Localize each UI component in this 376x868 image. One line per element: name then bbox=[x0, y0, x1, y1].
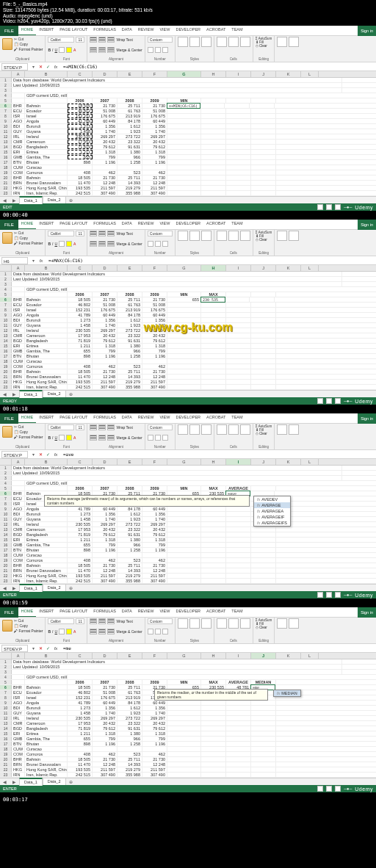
code-cell[interactable]: GMB bbox=[12, 543, 25, 547]
country-cell[interactable]: Cameroon bbox=[25, 333, 68, 338]
country-cell[interactable]: Angola bbox=[25, 507, 68, 511]
data-cell[interactable] bbox=[226, 737, 251, 741]
row-header-9[interactable]: 9 bbox=[0, 701, 12, 705]
data-cell[interactable]: 1 318 bbox=[93, 538, 118, 542]
col-header-G[interactable]: G bbox=[167, 71, 201, 77]
fill-color-button[interactable] bbox=[66, 241, 72, 247]
data-cell[interactable] bbox=[251, 134, 276, 139]
data-cell[interactable]: 408 bbox=[68, 558, 93, 563]
data-cell[interactable] bbox=[201, 512, 226, 516]
data-cell[interactable] bbox=[226, 303, 251, 307]
clear-button[interactable]: ◇ Clear bbox=[256, 44, 272, 48]
sign-in-link[interactable]: Sign in bbox=[358, 223, 376, 227]
data-cell[interactable] bbox=[251, 328, 276, 333]
col-header-J[interactable]: J bbox=[251, 71, 276, 77]
ribbon-tab-page-layout[interactable]: PAGE LAYOUT bbox=[57, 26, 90, 35]
column-headers[interactable]: ABCDEFGHIJKL bbox=[0, 71, 376, 78]
data-cell[interactable] bbox=[201, 339, 226, 343]
data-cell[interactable]: 462 bbox=[93, 364, 118, 369]
data-cell[interactable] bbox=[201, 119, 226, 123]
data-cell[interactable]: 1 196 bbox=[93, 160, 118, 164]
data-cell[interactable] bbox=[226, 140, 251, 144]
ribbon-tab-data[interactable]: DATA bbox=[119, 607, 135, 617]
view-break-icon[interactable] bbox=[335, 398, 341, 404]
data-cell[interactable]: 60 449 bbox=[93, 701, 118, 705]
data-cell[interactable]: 898 bbox=[68, 548, 93, 552]
data-cell[interactable] bbox=[167, 563, 201, 568]
data-cell[interactable]: 2007 bbox=[93, 98, 118, 103]
data-cell[interactable] bbox=[251, 380, 276, 384]
data-cell[interactable]: 269 297 bbox=[142, 328, 167, 333]
col-header-L[interactable]: L bbox=[301, 459, 319, 465]
paste-icon[interactable] bbox=[2, 38, 12, 50]
row-header-8[interactable]: 8 bbox=[0, 114, 12, 118]
code-cell[interactable]: BGD bbox=[12, 532, 25, 537]
data-cell[interactable]: 1 196 bbox=[93, 548, 118, 552]
ribbon-tab-team[interactable]: TEAM bbox=[228, 220, 245, 229]
data-cell[interactable] bbox=[226, 181, 251, 185]
copy-button[interactable]: 📋 Copy bbox=[14, 42, 43, 46]
data-cell[interactable]: 41 789 bbox=[68, 119, 93, 123]
data-cell[interactable]: 269 297 bbox=[93, 134, 118, 139]
sort-filter-button[interactable] bbox=[277, 37, 287, 47]
data-cell[interactable] bbox=[251, 140, 276, 144]
row-header-6[interactable]: 6 bbox=[0, 104, 12, 108]
data-cell[interactable] bbox=[201, 574, 226, 578]
data-cell[interactable]: 1 740 bbox=[142, 129, 167, 134]
data-cell[interactable] bbox=[226, 364, 251, 369]
data-cell[interactable] bbox=[167, 762, 201, 767]
align-mid-icon[interactable] bbox=[98, 37, 106, 43]
data-cell[interactable]: 1 273 bbox=[68, 124, 93, 129]
data-cell[interactable] bbox=[226, 517, 251, 521]
ribbon-tab-page-layout[interactable]: PAGE LAYOUT bbox=[57, 413, 90, 423]
data-cell[interactable]: 25 711 bbox=[118, 563, 142, 568]
row-header-17[interactable]: 17 bbox=[0, 742, 12, 746]
country-cell[interactable]: Bahrain bbox=[25, 369, 68, 374]
select-all-corner[interactable] bbox=[0, 653, 12, 659]
row-header-5[interactable]: 5 bbox=[0, 680, 12, 684]
country-cell[interactable]: Burundi bbox=[25, 512, 68, 516]
country-cell[interactable]: Bhutan bbox=[25, 742, 68, 746]
data-cell[interactable]: 1 196 bbox=[142, 548, 167, 552]
data-cell[interactable] bbox=[226, 548, 251, 552]
paste-icon[interactable] bbox=[2, 426, 12, 438]
column-headers[interactable]: ABCDEFGHIJKL bbox=[0, 459, 376, 466]
cell-styles-button[interactable] bbox=[201, 424, 212, 435]
data-cell[interactable]: 211 597 bbox=[93, 186, 118, 190]
data-cell[interactable]: 12 248 bbox=[93, 762, 118, 767]
data-cell[interactable] bbox=[201, 145, 226, 149]
row-header-14[interactable]: 14 bbox=[0, 726, 12, 731]
col-header-K[interactable]: K bbox=[276, 265, 301, 271]
country-cell[interactable]: Eritrea bbox=[25, 538, 68, 542]
data-cell[interactable]: 14 393 bbox=[118, 181, 142, 185]
data-cell[interactable] bbox=[68, 747, 93, 751]
code-cell[interactable]: CUW bbox=[12, 553, 25, 557]
data-cell[interactable] bbox=[251, 119, 276, 123]
tab-nav-next-icon[interactable]: ▶ bbox=[10, 198, 19, 203]
zoom-slider[interactable]: ─●─ bbox=[344, 593, 352, 597]
row-header-18[interactable]: 18 bbox=[0, 165, 12, 170]
worksheet[interactable]: ABCDEFGHIJKL 1Data from database: World … bbox=[0, 653, 376, 778]
code-cell[interactable]: ISR bbox=[12, 114, 25, 118]
data-cell[interactable] bbox=[226, 706, 251, 710]
code-cell[interactable] bbox=[12, 486, 25, 491]
font-color-button[interactable]: A bbox=[73, 629, 76, 634]
data-cell[interactable] bbox=[251, 364, 276, 369]
data-cell[interactable]: 219 279 bbox=[118, 380, 142, 384]
merge-center-button[interactable]: Merge & Center bbox=[116, 629, 142, 634]
col-header-L[interactable]: L bbox=[301, 653, 319, 659]
row-header-8[interactable]: 8 bbox=[0, 308, 12, 312]
data-cell[interactable]: 20 432 bbox=[93, 140, 118, 144]
underline-button[interactable]: U bbox=[54, 435, 57, 440]
ribbon-tab-insert[interactable]: INSERT bbox=[36, 220, 57, 229]
data-cell[interactable]: 1 258 bbox=[118, 160, 142, 164]
data-cell[interactable] bbox=[167, 176, 201, 180]
number-format-select[interactable]: Custom bbox=[148, 37, 173, 43]
data-cell[interactable] bbox=[251, 155, 276, 159]
data-cell[interactable]: 20 432 bbox=[93, 333, 118, 338]
code-cell[interactable]: BRN bbox=[12, 375, 25, 379]
code-cell[interactable]: ERI bbox=[12, 344, 25, 348]
data-cell[interactable]: 799 bbox=[93, 155, 118, 159]
data-cell[interactable]: 23 322 bbox=[118, 721, 142, 726]
data-cell[interactable]: 1 318 bbox=[142, 344, 167, 348]
